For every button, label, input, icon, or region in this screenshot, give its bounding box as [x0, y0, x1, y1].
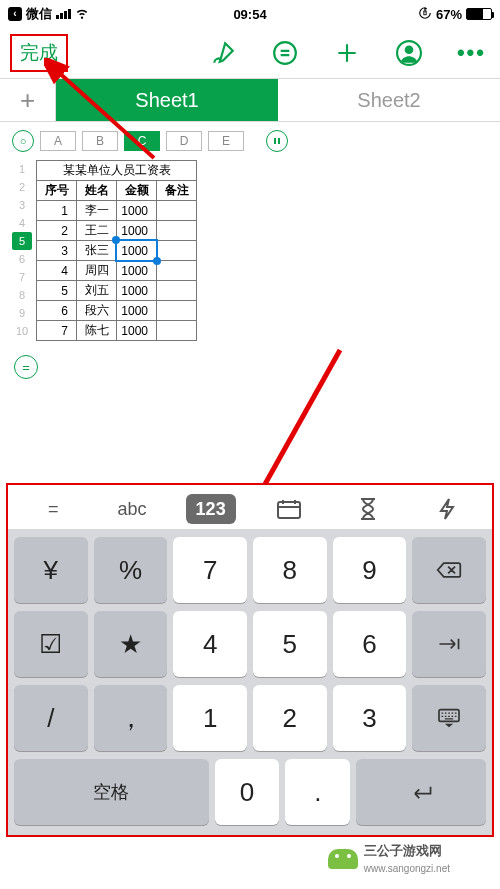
formula-button[interactable]: =	[14, 355, 38, 379]
kbd-mode-abc[interactable]: abc	[107, 494, 157, 524]
column-header-row: ○ A B C D E	[0, 122, 500, 160]
key-enter[interactable]	[356, 759, 486, 825]
col-A[interactable]: A	[40, 131, 76, 151]
status-bar: ‹ 微信 09:54 67%	[0, 0, 500, 28]
toolbar: 完成 •••	[0, 28, 500, 78]
key-star[interactable]: ★	[94, 611, 168, 677]
key-0[interactable]: 0	[215, 759, 280, 825]
svg-point-1	[274, 42, 296, 64]
done-button[interactable]: 完成	[10, 34, 68, 72]
more-icon[interactable]: •••	[457, 40, 486, 66]
key-2[interactable]: 2	[253, 685, 327, 751]
keyboard-mode-tabs: = abc 123	[8, 489, 492, 529]
table-row: 3张三1000	[37, 241, 197, 261]
svg-point-3	[405, 45, 414, 54]
kbd-mode-123[interactable]: 123	[186, 494, 236, 524]
kbd-mode-date-icon[interactable]	[264, 494, 314, 524]
watermark-brand: 三公子游戏网	[364, 843, 442, 858]
add-sheet-button[interactable]: +	[0, 79, 56, 121]
key-percent[interactable]: %	[94, 537, 168, 603]
key-slash[interactable]: /	[14, 685, 88, 751]
kbd-mode-bolt-icon[interactable]	[422, 494, 472, 524]
key-checkbox[interactable]: ☑	[14, 611, 88, 677]
col-C[interactable]: C	[124, 131, 160, 151]
key-comma[interactable]: ，	[94, 685, 168, 751]
key-4[interactable]: 4	[173, 611, 247, 677]
pause-circle-icon[interactable]	[266, 130, 288, 152]
svg-rect-6	[278, 502, 300, 518]
key-3[interactable]: 3	[333, 685, 407, 751]
battery-icon	[466, 8, 492, 20]
key-dot[interactable]: .	[285, 759, 350, 825]
watermark-url: www.sangongzi.net	[364, 863, 450, 874]
sheet-tab-2[interactable]: Sheet2	[278, 79, 500, 121]
watermark: 三公子游戏网 www.sangongzi.net	[328, 842, 450, 875]
format-brush-icon[interactable]	[209, 39, 237, 67]
kbd-mode-equals[interactable]: =	[28, 494, 78, 524]
col-no: 序号	[37, 181, 77, 201]
col-amount: 金额	[117, 181, 157, 201]
status-time: 09:54	[0, 7, 500, 22]
profile-icon[interactable]	[395, 39, 423, 67]
key-9[interactable]: 9	[333, 537, 407, 603]
table-row: 5刘五1000	[37, 281, 197, 301]
menu-circle-icon[interactable]	[271, 39, 299, 67]
col-B[interactable]: B	[82, 131, 118, 151]
key-tab[interactable]	[412, 611, 486, 677]
key-space[interactable]: 空格	[14, 759, 209, 825]
table-title: 某某单位人员工资表	[37, 161, 197, 181]
key-7[interactable]: 7	[173, 537, 247, 603]
col-note: 备注	[157, 181, 197, 201]
key-5[interactable]: 5	[253, 611, 327, 677]
col-name: 姓名	[77, 181, 117, 201]
row-numbers: 12345678910	[12, 160, 32, 341]
add-icon[interactable]	[333, 39, 361, 67]
sheet-tab-1[interactable]: Sheet1	[56, 79, 278, 121]
keyboard: ¥ % 7 8 9 ☑ ★ 4 5 6 / ， 1 2 3	[8, 529, 492, 835]
table-row: 1李一1000	[37, 201, 197, 221]
key-8[interactable]: 8	[253, 537, 327, 603]
record-circle-icon[interactable]: ○	[12, 130, 34, 152]
key-hide-keyboard[interactable]	[412, 685, 486, 751]
data-table[interactable]: 某某单位人员工资表 序号 姓名 金额 备注 1李一1000 2王二1000 3张…	[36, 160, 197, 341]
key-1[interactable]: 1	[173, 685, 247, 751]
keyboard-panel: = abc 123 ¥ % 7 8 9 ☑ ★ 4 5 6	[6, 483, 494, 837]
table-row: 4周四1000	[37, 261, 197, 281]
selected-cell[interactable]: 1000	[117, 241, 157, 261]
sheet-tabs: + Sheet1 Sheet2	[0, 78, 500, 122]
col-E[interactable]: E	[208, 131, 244, 151]
spreadsheet[interactable]: 12345678910 某某单位人员工资表 序号 姓名 金额 备注 1李一100…	[0, 160, 500, 341]
table-row: 6段六1000	[37, 301, 197, 321]
col-D[interactable]: D	[166, 131, 202, 151]
watermark-logo-icon	[328, 849, 358, 869]
kbd-mode-timer-icon[interactable]	[343, 494, 393, 524]
table-row: 7陈七1000	[37, 321, 197, 341]
svg-rect-7	[439, 710, 459, 722]
key-backspace[interactable]	[412, 537, 486, 603]
key-6[interactable]: 6	[333, 611, 407, 677]
key-yen[interactable]: ¥	[14, 537, 88, 603]
